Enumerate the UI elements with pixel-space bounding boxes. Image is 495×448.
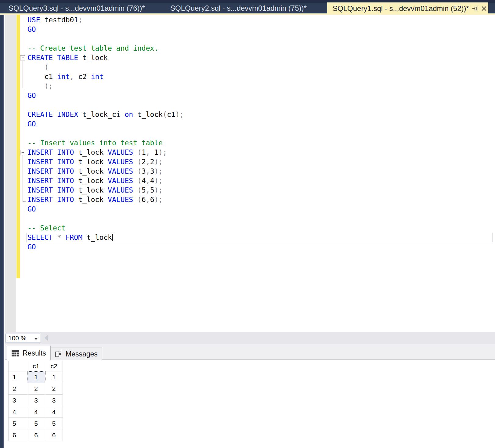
collapse-region-icon[interactable]: −	[20, 55, 25, 60]
table-row: 666	[9, 429, 63, 441]
code-line[interactable]: GO	[27, 242, 494, 252]
close-tab-icon[interactable]	[481, 4, 487, 13]
grid-cell[interactable]: 5	[27, 418, 45, 429]
code-line[interactable]: GO	[27, 119, 494, 129]
code-line[interactable]: -- Insert values into test table	[27, 138, 494, 148]
grid-row-header[interactable]: 4	[9, 406, 27, 418]
results-grid-panel: c1c2 111222333444555666	[5, 360, 495, 448]
code-line[interactable]	[27, 214, 494, 223]
tab-sqlquery1-active[interactable]: SQLQuery1.sql - s...devvm01admin (52))*	[327, 2, 488, 15]
tab-label: Messages	[66, 350, 98, 358]
grid-cell[interactable]: 2	[45, 383, 63, 395]
grid-row-header[interactable]: 5	[9, 418, 27, 429]
grid-cell[interactable]: 3	[27, 395, 45, 406]
results-grid-icon	[11, 350, 20, 357]
code-line[interactable]: -- Select	[27, 223, 494, 233]
grid-cell[interactable]: 6	[27, 429, 45, 441]
code-line[interactable]: INSERT INTO t_lock VALUES (6,6);	[27, 195, 494, 204]
grid-cell[interactable]: 5	[45, 418, 63, 429]
table-row: 111	[9, 371, 63, 383]
grid-cell[interactable]: 1	[27, 371, 45, 383]
code-line[interactable]	[27, 100, 494, 110]
grid-cell[interactable]: 3	[45, 395, 63, 406]
code-line[interactable]: CREATE INDEX t_lock_ci on t_lock(c1);	[27, 110, 494, 119]
messages-icon	[55, 350, 63, 358]
zoom-level-dropdown[interactable]: 100 %	[5, 334, 41, 342]
text-caret	[112, 234, 113, 241]
code-line[interactable]	[27, 34, 494, 44]
tab-sqlquery3[interactable]: SQLQuery3.sql - s...devvm01admin (76))*	[3, 3, 150, 13]
tab-label: Results	[23, 349, 46, 357]
tab-label: SQLQuery3.sql - s...devvm01admin (76))*	[9, 4, 145, 13]
sql-editor[interactable]: USE testdb01;GO-- Create test table and …	[5, 15, 495, 332]
grid-row-header[interactable]: 2	[9, 383, 27, 395]
code-line[interactable]: (	[27, 63, 494, 72]
code-line[interactable]: INSERT INTO t_lock VALUES (5,5);	[27, 186, 494, 195]
code-line[interactable]: -- Create test table and index.	[27, 44, 494, 53]
code-line[interactable]	[27, 129, 494, 138]
chevron-down-icon	[34, 338, 38, 340]
tab-results[interactable]: Results	[7, 346, 51, 360]
tab-label: SQLQuery1.sql - s...devvm01admin (52))*	[333, 4, 469, 13]
grid-row-header[interactable]: 3	[9, 395, 27, 406]
code-line[interactable]: INSERT INTO t_lock VALUES (1, 1);	[27, 148, 494, 157]
grid-row-header[interactable]: 6	[9, 429, 27, 441]
tab-messages[interactable]: Messages	[50, 348, 102, 360]
code-line[interactable]: c1 int, c2 int	[27, 72, 494, 81]
table-row: 444	[9, 406, 63, 418]
code-line[interactable]: INSERT INTO t_lock VALUES (4,4);	[27, 176, 494, 186]
grid-cell[interactable]: 2	[27, 383, 45, 395]
pin-tab-icon[interactable]	[472, 4, 478, 13]
grid-column-header[interactable]: c1	[27, 361, 45, 371]
code-line[interactable]: );	[27, 81, 494, 91]
tab-sqlquery2[interactable]: SQLQuery2.sql - s...devvm01admin (75))*	[165, 3, 312, 13]
grid-cell[interactable]: 4	[45, 406, 63, 418]
window-left-rail	[0, 15, 4, 448]
code-line[interactable]: CREATE TABLE t_lock	[27, 53, 494, 63]
code-line[interactable]: SELECT * FROM t_lock	[27, 233, 494, 242]
document-tab-bar: SQLQuery3.sql - s...devvm01admin (76))* …	[0, 0, 495, 15]
ssms-window: SQLQuery3.sql - s...devvm01admin (76))* …	[0, 0, 495, 448]
collapse-region-icon[interactable]: −	[20, 150, 25, 155]
editor-bottom-strip: 100 %	[5, 332, 495, 344]
code-line[interactable]: INSERT INTO t_lock VALUES (3,3);	[27, 167, 494, 176]
track-changes-bar	[16, 15, 20, 278]
code-line[interactable]: GO	[27, 204, 494, 214]
grid-cell[interactable]: 6	[45, 429, 63, 441]
hscroll-left-arrow-icon[interactable]	[45, 335, 48, 341]
code-line[interactable]: USE testdb01;	[27, 15, 494, 25]
fold-region-line	[23, 155, 26, 202]
code-line[interactable]: GO	[27, 25, 494, 34]
grid-row-header[interactable]: 1	[9, 371, 27, 383]
table-row: 222	[9, 383, 63, 395]
editor-selection-margin	[5, 15, 16, 332]
code-line[interactable]: INSERT INTO t_lock VALUES (2,2);	[27, 157, 494, 167]
code-line[interactable]: GO	[27, 91, 494, 100]
code-text: USE testdb01;GO-- Create test table and …	[27, 15, 494, 252]
grid-cell[interactable]: 4	[27, 406, 45, 418]
grid-cell[interactable]: 1	[45, 371, 63, 383]
table-row: 555	[9, 418, 63, 429]
results-pane-tab-bar: Results Messages	[5, 344, 495, 360]
table-row: 333	[9, 395, 63, 406]
zoom-level-value: 100 %	[8, 334, 27, 342]
grid-column-header[interactable]: c2	[45, 361, 63, 371]
results-grid: c1c2 111222333444555666	[8, 361, 63, 441]
tab-label: SQLQuery2.sql - s...devvm01admin (75))*	[170, 4, 307, 13]
fold-region-line	[23, 61, 26, 88]
grid-corner-header[interactable]	[9, 361, 27, 371]
